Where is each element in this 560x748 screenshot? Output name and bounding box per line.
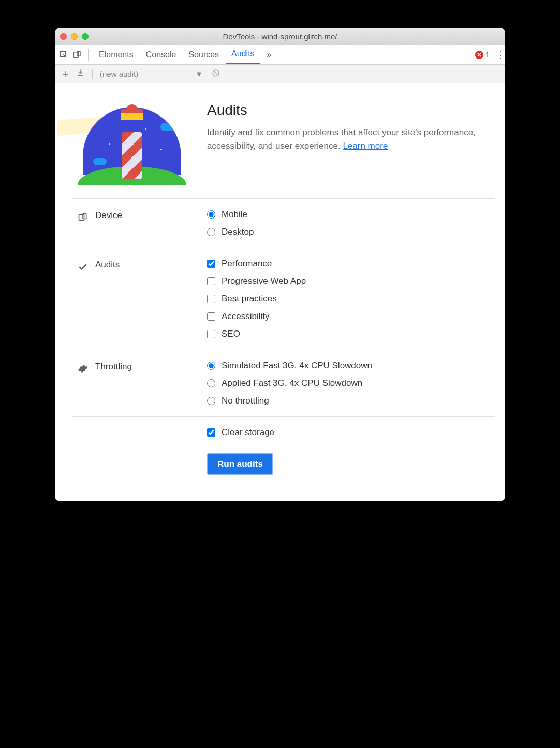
clear-storage-option[interactable]: Clear storage — [207, 427, 274, 438]
tab-elements[interactable]: Elements — [94, 45, 139, 64]
run-audits-button[interactable]: Run audits — [207, 453, 273, 475]
page-title: Audits — [207, 102, 495, 119]
audit-performance-checkbox[interactable] — [207, 260, 215, 268]
device-mobile-radio[interactable] — [207, 210, 215, 219]
audit-performance[interactable]: Performance — [207, 258, 306, 269]
throttling-simulated-radio[interactable] — [207, 362, 215, 370]
chevron-down-icon: ▼ — [195, 69, 203, 78]
titlebar: DevTools - wind-sprout.glitch.me/ — [55, 28, 505, 45]
throttling-label: Throttling — [95, 362, 132, 372]
devtools-window: DevTools - wind-sprout.glitch.me/ Elemen… — [55, 28, 505, 501]
tab-audits[interactable]: Audits — [226, 45, 259, 64]
audit-seo[interactable]: SEO — [207, 329, 306, 339]
section-clear-storage: Clear storage — [72, 416, 495, 448]
section-throttling: Throttling Simulated Fast 3G, 4x CPU Slo… — [72, 350, 495, 416]
throttling-none[interactable]: No throttling — [207, 396, 372, 406]
section-audits: Audits Performance Progressive Web App B… — [72, 248, 495, 350]
inspect-icon[interactable] — [58, 49, 69, 61]
svg-rect-3 — [78, 75, 83, 76]
audit-seo-checkbox[interactable] — [207, 330, 215, 338]
svg-rect-1 — [73, 52, 78, 57]
clear-icon[interactable] — [211, 68, 220, 79]
throttling-applied-radio[interactable] — [207, 379, 215, 387]
menu-icon[interactable]: ⋮ — [492, 49, 502, 61]
close-icon[interactable] — [60, 33, 67, 40]
section-device: Device Mobile Desktop — [72, 198, 495, 248]
device-label: Device — [95, 210, 122, 221]
throttling-simulated[interactable]: Simulated Fast 3G, 4x CPU Slowdown — [207, 361, 372, 371]
device-desktop-option[interactable]: Desktop — [207, 227, 254, 237]
audit-accessibility-checkbox[interactable] — [207, 312, 215, 321]
error-count: 1 — [485, 50, 490, 59]
hero-text: Audits Identify and fix common problems … — [207, 102, 495, 153]
audit-best-practices[interactable]: Best practices — [207, 294, 306, 304]
panel-tabs: Elements Console Sources Audits » ✕ 1 ⋮ — [55, 45, 505, 65]
window-controls — [60, 33, 89, 40]
lighthouse-illustration — [72, 102, 191, 185]
audits-toolbar: ＋ (new audit) ▼ — [55, 65, 505, 83]
learn-more-link[interactable]: Learn more — [343, 141, 388, 151]
tab-more[interactable]: » — [262, 45, 277, 64]
tab-sources[interactable]: Sources — [183, 45, 224, 64]
audits-panel: Audits Identify and fix common problems … — [55, 83, 505, 501]
audits-label: Audits — [95, 260, 120, 270]
audit-select-label: (new audit) — [100, 69, 138, 78]
audit-accessibility[interactable]: Accessibility — [207, 311, 306, 322]
device-desktop-radio[interactable] — [207, 228, 215, 236]
page-description: Identify and fix common problems that af… — [207, 126, 495, 153]
error-icon: ✕ — [475, 51, 483, 59]
minimize-icon[interactable] — [71, 33, 78, 40]
throttling-applied[interactable]: Applied Fast 3G, 4x CPU Slowdown — [207, 378, 372, 389]
window-title: DevTools - wind-sprout.glitch.me/ — [55, 32, 505, 41]
audit-select[interactable]: (new audit) ▼ — [100, 69, 203, 78]
audit-pwa-checkbox[interactable] — [207, 277, 215, 285]
new-audit-icon[interactable]: ＋ — [60, 67, 70, 81]
device-icon — [78, 211, 88, 222]
device-toggle-icon[interactable] — [71, 49, 83, 61]
device-mobile-option[interactable]: Mobile — [207, 209, 254, 220]
svg-rect-5 — [79, 214, 84, 221]
divider — [92, 69, 93, 79]
audit-pwa[interactable]: Progressive Web App — [207, 276, 306, 286]
throttling-none-radio[interactable] — [207, 397, 215, 405]
hero: Audits Identify and fix common problems … — [72, 102, 495, 198]
check-icon — [78, 261, 88, 271]
clear-storage-checkbox[interactable] — [207, 428, 215, 437]
error-badge[interactable]: ✕ 1 — [475, 50, 490, 59]
divider — [88, 49, 89, 61]
gear-icon — [78, 363, 88, 373]
tab-console[interactable]: Console — [141, 45, 182, 64]
zoom-icon[interactable] — [82, 33, 89, 40]
audit-best-practices-checkbox[interactable] — [207, 295, 215, 303]
download-icon[interactable] — [76, 68, 85, 79]
